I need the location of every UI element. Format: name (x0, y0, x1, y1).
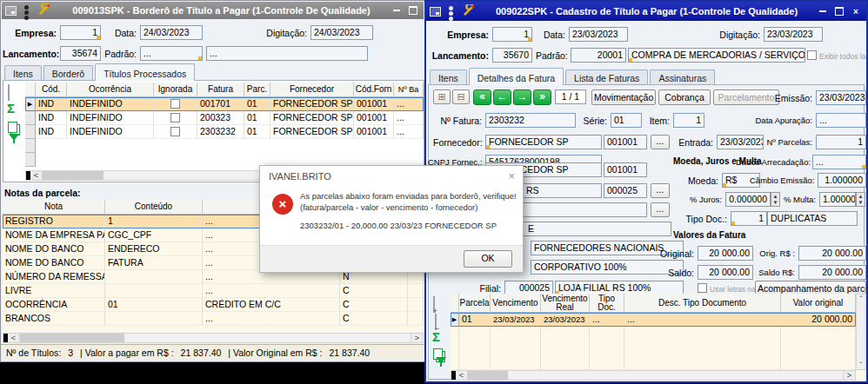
minimize-button[interactable] (816, 6, 830, 17)
ignorada-checkbox[interactable] (170, 113, 180, 122)
table-row[interactable]: ▶ 01 23/03/2023 23/03/2023 ... ... 20 00… (451, 313, 856, 327)
tipodoc-code-field[interactable]: 1 (731, 211, 767, 226)
close-button[interactable]: × (849, 6, 863, 17)
lancamento-field[interactable]: 35670 (492, 48, 532, 63)
juros-field[interactable]: 0.000000 (725, 192, 771, 207)
multa-spinner[interactable] (856, 192, 865, 207)
insert-row-button[interactable]: ⊞ (433, 89, 451, 104)
list-item[interactable]: OCORRÊNCIA 01 CRÉDITO EM C/C C (3, 298, 424, 312)
lancamento-field[interactable]: 35674 (60, 46, 101, 61)
note-icon[interactable] (8, 84, 10, 101)
padrao-code-field[interactable]: ... (140, 46, 203, 61)
padrao-code-field[interactable]: 20001 (571, 48, 626, 63)
arrecadacao-field[interactable]: ... (812, 155, 866, 169)
empresa-field[interactable]: 1 (492, 27, 532, 42)
nfatura-field[interactable]: 2303232 (485, 113, 576, 128)
emissao-field[interactable]: 23/03/2023 (816, 90, 866, 105)
table-row[interactable]: ▶ IND INDEFINIDO 001701 01 FORNECEDOR SP… (25, 97, 424, 111)
item-field[interactable]: 1 (673, 113, 704, 128)
nav-next-icon[interactable]: → (513, 89, 531, 105)
parcelamento-button[interactable]: Parcelamento (713, 89, 779, 105)
titlebar-inactive[interactable]: 009013SPK - Borderô de Título a Pagar (1… (2, 2, 424, 19)
col-conteudo[interactable]: Conteúdo (105, 200, 203, 215)
multa-field[interactable]: 1.000000 (819, 192, 856, 207)
col-fatura[interactable]: Fatura (197, 83, 244, 97)
original-field[interactable]: 20 000.00 (698, 246, 753, 261)
col-parcela[interactable]: Parcela (459, 294, 491, 313)
scroll-left-icon[interactable]: < (456, 371, 468, 380)
scroll-left-icon[interactable]: < (8, 334, 20, 342)
delete-row-button[interactable]: ⊟ (452, 89, 470, 104)
tab-assinaturas[interactable]: Assinaturas (650, 70, 715, 85)
tab-itens[interactable]: Itens (4, 65, 42, 81)
col-ignorada[interactable]: Ignorada (154, 83, 197, 97)
tab-lista-faturas[interactable]: Lista de Faturas (565, 70, 648, 85)
sum-icon[interactable]: Σ (432, 330, 440, 343)
col-nota[interactable]: Nota (3, 200, 105, 215)
digitacao-field[interactable]: 23/03/2023 (764, 27, 823, 42)
filter-funnel-icon[interactable] (436, 357, 446, 384)
scroll-left-icon[interactable]: < (30, 171, 43, 180)
exibir-todos-checkbox[interactable] (807, 50, 817, 60)
scroll-up-icon[interactable]: ˆ (860, 295, 863, 303)
cobranca-button[interactable]: Cobrança (658, 89, 711, 105)
entrada-field[interactable]: 23/03/2023 (717, 135, 764, 149)
empresa-field[interactable]: 1 (60, 25, 101, 40)
filter-funnel-icon[interactable] (9, 134, 19, 161)
saldo-field[interactable]: 20 000.00 (698, 265, 753, 280)
tab-detalhes-fatura[interactable]: Detalhes da Fatura (469, 68, 564, 85)
ignorada-checkbox[interactable] (170, 99, 180, 109)
cambio-field[interactable]: 1.000000 (818, 173, 866, 188)
traffic-light-icon[interactable] (23, 3, 30, 18)
maximize-button[interactable] (832, 6, 846, 17)
col-valor-original[interactable]: Valor original (781, 294, 856, 313)
wrench-icon[interactable] (463, 4, 475, 18)
orig-rs-field[interactable]: 20 000.00 (798, 246, 866, 261)
usar-letras-checkbox[interactable] (698, 283, 707, 293)
list-item[interactable]: BRANCOS ... C (3, 312, 424, 326)
copy-export-icon[interactable] (8, 122, 17, 133)
movimentacao-button[interactable]: Movimentação (591, 89, 656, 105)
sum-icon[interactable]: Σ (7, 102, 15, 115)
fornecedor-browse-button[interactable]: ... (651, 135, 670, 149)
table-row[interactable]: IND INDEFINIDO 200323 01 FORNECEDOR SP 0… (25, 111, 424, 125)
filial-rs-code-field[interactable]: 000025 (604, 183, 647, 198)
col-codforn[interactable]: Cód.Forn (354, 83, 394, 97)
col-ocorrencia[interactable]: Ocorrência (67, 83, 154, 97)
nav-prev-icon[interactable]: ← (493, 89, 511, 105)
col-tipo-doc[interactable]: Tipo Doc. (590, 294, 624, 313)
tipodoc-desc-field[interactable]: DUPLICATAS (767, 211, 858, 226)
scroll-down-icon[interactable]: ˇ (860, 361, 863, 369)
apuracao-field[interactable]: ... (816, 113, 866, 128)
fornecedor-field[interactable]: FORNECEDOR SP (485, 135, 602, 149)
sacado-code-field[interactable]: 001001 (604, 162, 647, 177)
fornecedor-code-field[interactable]: 001001 (604, 135, 647, 149)
padrao-desc-field[interactable]: ... (206, 46, 368, 61)
tab-itens[interactable]: Itens (430, 70, 467, 85)
empty-lookup-browse-button[interactable]: ... (651, 202, 670, 217)
ignorada-checkbox[interactable] (170, 127, 180, 136)
filial-rs-browse-button[interactable]: ... (651, 183, 670, 198)
digitacao-field[interactable]: 24/03/2023 (310, 25, 373, 40)
titlebar-active[interactable]: 009022SPK - Cadastro de Título a Pagar (… (426, 2, 866, 21)
remove-note-icon[interactable] (435, 314, 437, 330)
parcelas-hscrollbar[interactable]: < > (451, 370, 856, 381)
col-parc[interactable]: Parc. (244, 83, 270, 97)
scroll-thumb[interactable] (43, 171, 103, 180)
col-cod[interactable]: Cód. (36, 83, 67, 97)
minimize-button[interactable] (390, 5, 404, 17)
export-window-icon[interactable] (5, 6, 17, 16)
col-vencimento-real[interactable]: Vencimento Real (541, 294, 590, 313)
saldo-rs-field[interactable]: 20 000.00 (798, 265, 866, 280)
col-fornecedor[interactable]: Fornecedor (270, 83, 354, 97)
dialog-close-icon[interactable]: × (508, 169, 515, 182)
tab-titulos-processados[interactable]: Títulos Processados (95, 63, 195, 81)
col-desc-tipo-doc[interactable]: Desc. Tipo Documento (624, 294, 781, 313)
padrao-desc-field[interactable]: COMPRA DE MERCADORIAS / SERVIÇOS (628, 48, 805, 63)
ok-button[interactable]: OK (464, 250, 512, 268)
serie-field[interactable]: 01 (611, 113, 642, 128)
add-note-icon[interactable] (433, 296, 435, 313)
col-nbanco[interactable]: Nº Ba (394, 83, 424, 97)
scroll-right-icon[interactable]: > (843, 371, 855, 380)
tab-bordero[interactable]: Borderô (43, 65, 93, 81)
